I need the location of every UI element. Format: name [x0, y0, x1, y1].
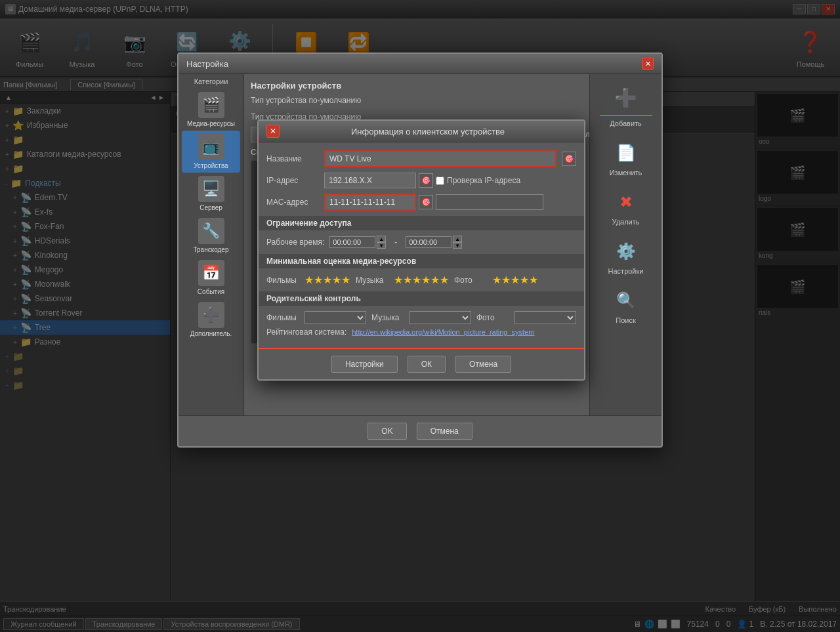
category-devices-icon: 📺: [198, 134, 224, 160]
parental-music-label: Музыка: [371, 313, 404, 322]
parental-music-select[interactable]: [410, 311, 471, 324]
mac-input[interactable]: [324, 194, 416, 211]
category-server[interactable]: 🖥️ Сервер: [182, 173, 240, 215]
rating-system-link[interactable]: http://en.wikipedia.org/wiki/Motion_pict…: [352, 328, 534, 336]
add-divider: [600, 115, 652, 116]
category-events-label: События: [198, 288, 224, 295]
edit-label: Изменить: [610, 169, 642, 177]
time-to-control: ▲ ▼: [406, 236, 462, 249]
access-section-title: Ограничение доступа: [259, 216, 584, 230]
categories-label: Категории: [182, 77, 240, 85]
settings-dialog-footer: OK Отмена: [178, 415, 662, 446]
client-dialog-footer: Настройки ОК Отмена: [259, 348, 584, 379]
category-media-icon: 🎬: [198, 92, 224, 118]
client-device-dialog: ✕ Информация о клиентском устройстве Наз…: [257, 119, 585, 381]
action-add-btn[interactable]: ➕ Добавить: [597, 81, 656, 131]
time-to-up[interactable]: ▲: [453, 236, 462, 242]
name-field-label: Название: [266, 154, 319, 163]
settings-dialog-close-button[interactable]: ✕: [642, 58, 654, 70]
settings-cancel-button[interactable]: Отмена: [417, 423, 472, 440]
ip-field-btn[interactable]: 🎯: [419, 173, 433, 188]
category-server-icon: 🖥️: [198, 176, 224, 202]
photo-rating-stars[interactable]: ★★★★★: [492, 274, 538, 286]
add-icon: ➕: [612, 84, 640, 112]
time-separator: -: [394, 238, 397, 247]
time-from-down[interactable]: ▼: [377, 242, 386, 249]
search-icon: 🔍: [612, 287, 640, 314]
parental-movies-select[interactable]: [304, 311, 366, 324]
category-transcoder[interactable]: 🔧 Транскодер: [182, 215, 240, 257]
search-label: Поиск: [616, 316, 635, 324]
action-settings-btn[interactable]: ⚙️ Настройки: [597, 234, 656, 278]
mac-field-row: МАС-адрес 🎯: [266, 194, 576, 211]
device-type-row: Тип устройства по-умолчанию: [251, 96, 583, 107]
parental-photo-label: Фото: [476, 313, 509, 322]
add-label: Добавить: [610, 119, 642, 127]
settings-ok-button[interactable]: OK: [368, 423, 406, 440]
settings-dialog-title-bar: Настройка ✕: [178, 54, 662, 74]
category-media[interactable]: 🎬 Медиа-ресурсы: [182, 89, 240, 131]
time-from-input[interactable]: [329, 236, 375, 248]
category-additional[interactable]: ➕ Дополнитель.: [182, 299, 240, 341]
categories-panel: Категории 🎬 Медиа-ресурсы 📺 Устройства 🖥…: [178, 74, 244, 415]
rating-system-row: Рейтинговая система: http://en.wikipedia…: [266, 327, 576, 337]
device-type-label: Тип устройства по-умолчанию: [251, 96, 395, 105]
category-additional-label: Дополнитель.: [190, 330, 232, 337]
actions-panel: ➕ Добавить 📄 Изменить ✖ Удалить ⚙️ Настр…: [589, 74, 662, 415]
ip-row: 🎯 Проверка IP-адреса: [324, 173, 520, 188]
ip-check-checkbox[interactable]: [436, 177, 444, 185]
mac-extra-input[interactable]: [436, 194, 543, 210]
ip-field-row: IP-адрес 🎯 Проверка IP-адреса: [266, 173, 576, 188]
action-search-btn[interactable]: 🔍 Поиск: [597, 284, 656, 327]
parental-row: Фильмы Музыка Фото: [266, 311, 576, 324]
category-transcoder-icon: 🔧: [198, 218, 224, 244]
category-transcoder-label: Транскодер: [194, 246, 229, 253]
device-settings-title: Настройки устройств: [251, 81, 583, 91]
work-time-row: Рабочее время: ▲ ▼ - ▲ ▼: [266, 236, 576, 249]
client-ok-button[interactable]: ОК: [408, 356, 446, 373]
movies-rating-stars[interactable]: ★★★★★: [304, 274, 350, 286]
name-field-row: Название 🎯: [266, 150, 576, 167]
ip-input[interactable]: [324, 173, 416, 188]
time-to-spinners: ▲ ▼: [453, 236, 462, 249]
music-rating-label: Музыка: [356, 276, 388, 285]
action-settings-label: Настройки: [608, 267, 644, 275]
client-dialog-close-btn[interactable]: ✕: [266, 125, 280, 138]
parental-photo-select[interactable]: [514, 311, 576, 324]
delete-label: Удалить: [612, 218, 640, 226]
rating-system-label: Рейтинговая система:: [266, 327, 346, 337]
rating-row: Фильмы ★★★★★ Музыка ★★★★★★ Фото ★★★★★: [266, 274, 576, 286]
movies-rating-label: Фильмы: [266, 276, 299, 285]
category-media-label: Медиа-ресурсы: [187, 120, 235, 127]
name-field-btn[interactable]: 🎯: [562, 152, 576, 166]
edit-icon: 📄: [612, 139, 640, 167]
settings-dialog-title: Настройка: [186, 59, 228, 69]
action-delete-btn[interactable]: ✖ Удалить: [597, 185, 656, 229]
delete-icon: ✖: [612, 188, 640, 216]
action-edit-btn[interactable]: 📄 Изменить: [597, 136, 656, 180]
category-devices-label: Устройства: [194, 162, 228, 169]
time-to-down[interactable]: ▼: [453, 242, 462, 249]
name-input[interactable]: [324, 150, 556, 167]
category-devices[interactable]: 📺 Устройства: [182, 131, 240, 173]
time-from-up[interactable]: ▲: [377, 236, 386, 242]
time-from-control: ▲ ▼: [329, 236, 386, 249]
category-events[interactable]: 📅 События: [182, 257, 240, 299]
category-server-label: Сервер: [200, 204, 222, 211]
photo-rating-label: Фото: [454, 276, 487, 285]
work-time-label: Рабочее время:: [266, 238, 324, 247]
category-additional-icon: ➕: [198, 302, 224, 328]
music-rating-stars[interactable]: ★★★★★★: [394, 274, 449, 286]
ip-check-label: Проверка IP-адреса: [436, 176, 520, 185]
modal-overlay: Настройка ✕ Категории 🎬 Медиа-ресурсы 📺 …: [0, 0, 840, 632]
client-settings-button[interactable]: Настройки: [331, 356, 398, 373]
mac-input-row: 🎯: [324, 194, 543, 211]
mac-field-btn[interactable]: 🎯: [419, 195, 433, 209]
time-to-input[interactable]: [406, 236, 452, 248]
settings-dialog: Настройка ✕ Категории 🎬 Медиа-ресурсы 📺 …: [177, 53, 663, 448]
client-dialog-body: Название 🎯 IP-адрес 🎯 Проверка IP-адреса: [259, 142, 584, 348]
action-settings-icon: ⚙️: [612, 238, 640, 265]
mac-field-label: МАС-адрес: [266, 198, 319, 207]
category-events-icon: 📅: [198, 260, 224, 286]
client-cancel-button[interactable]: Отмена: [455, 356, 511, 373]
